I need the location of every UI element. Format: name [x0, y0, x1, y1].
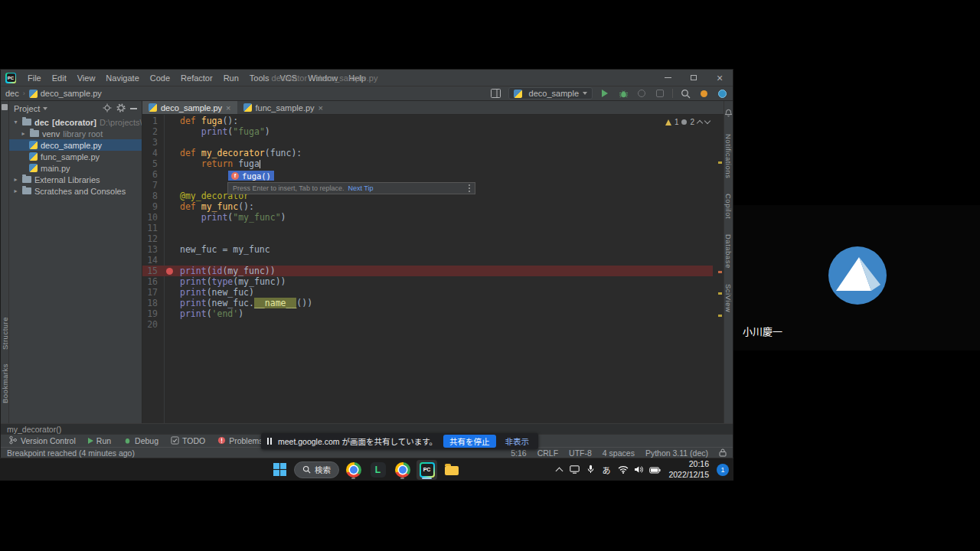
code-line-3[interactable]: 3 — [142, 137, 713, 148]
breadcrumb-file[interactable]: deco_sample.py — [41, 89, 102, 98]
breadcrumb-project[interactable]: dec — [5, 89, 19, 98]
line-number[interactable]: 6 — [142, 169, 164, 180]
breadcrumb-function[interactable]: my_decorator() — [7, 425, 61, 434]
minimize-button[interactable] — [655, 70, 681, 86]
menu-help[interactable]: Help — [343, 70, 371, 86]
stripe-mark-warning[interactable] — [718, 292, 722, 295]
microphone-icon[interactable] — [587, 463, 594, 477]
gutter-fold-area[interactable] — [164, 116, 180, 126]
notification-badge[interactable]: 1 — [717, 464, 729, 476]
taskbar-chrome-1[interactable] — [343, 460, 364, 480]
menu-edit[interactable]: Edit — [47, 70, 72, 86]
run-button[interactable] — [599, 87, 611, 99]
line-number[interactable]: 16 — [142, 276, 164, 287]
next-problem-icon[interactable] — [704, 118, 710, 124]
gutter-fold-area[interactable] — [164, 212, 180, 223]
toolwindow-problems[interactable]: Problems — [217, 436, 263, 446]
quick-settings[interactable] — [618, 463, 661, 477]
code-line-12[interactable]: 12 — [142, 233, 713, 244]
toolwindow-debug[interactable]: Debug — [123, 436, 158, 446]
tab-deco-sample[interactable]: deco_sample.py × — [142, 101, 237, 114]
gutter-fold-area[interactable] — [164, 158, 180, 169]
line-number[interactable]: 5 — [142, 158, 164, 169]
gutter-fold-area[interactable] — [164, 319, 180, 330]
line-number[interactable]: 12 — [142, 233, 164, 244]
menu-file[interactable]: File — [22, 70, 47, 86]
line-number[interactable]: 9 — [142, 201, 164, 212]
gutter-fold-area[interactable] — [164, 287, 180, 298]
project-panel-title[interactable]: Project — [14, 104, 40, 113]
line-number[interactable]: 15 — [142, 266, 164, 276]
code-editor[interactable]: 1def fuga():2 print("fuga")34def my_deco… — [142, 115, 724, 423]
gutter-fold-area[interactable] — [164, 308, 180, 319]
project-stripe-icon[interactable] — [2, 104, 8, 110]
line-number[interactable]: 2 — [142, 126, 164, 137]
stripe-database[interactable]: Database — [724, 234, 733, 269]
chevron-down-icon[interactable] — [43, 107, 47, 110]
screen-share-indicator-icon[interactable] — [570, 463, 580, 477]
menu-tools[interactable]: Tools — [244, 70, 275, 86]
file-encoding[interactable]: UTF-8 — [569, 448, 592, 458]
tree-row-project-root[interactable]: ▾ dec [decorator] D:\projects\dec — [9, 116, 142, 128]
search-everywhere-icon[interactable] — [679, 87, 691, 99]
hide-share-bar-button[interactable]: 非表示 — [502, 435, 533, 448]
close-tab-icon[interactable]: × — [318, 103, 323, 112]
line-number[interactable]: 11 — [142, 223, 164, 233]
taskbar-pycharm[interactable]: PC — [416, 460, 437, 480]
line-number[interactable]: 3 — [142, 137, 164, 148]
line-number[interactable]: 18 — [142, 298, 164, 308]
code-line-20[interactable]: 20 — [142, 319, 713, 330]
hide-panel-icon[interactable] — [130, 108, 137, 109]
completion-popup-item[interactable]: f fuga() — [227, 170, 275, 181]
taskbar-clock[interactable]: 20:16 2022/12/15 — [668, 459, 709, 479]
taskbar-explorer[interactable] — [441, 460, 462, 480]
gutter-fold-area[interactable] — [164, 169, 180, 180]
gutter-fold-area[interactable] — [164, 180, 180, 191]
code-line-18[interactable]: 18print(new_fuc.__name__()) — [142, 298, 713, 308]
caret-position[interactable]: 5:16 — [511, 448, 526, 458]
toolwindow-todo[interactable]: TODO — [171, 436, 205, 446]
tree-row-external-libraries[interactable]: ▸ External Libraries — [9, 174, 142, 185]
stripe-bookmarks[interactable]: Bookmarks — [1, 364, 9, 403]
line-number[interactable]: 19 — [142, 308, 164, 319]
chevron-right-icon[interactable]: ▸ — [12, 187, 19, 194]
update-notification-icon[interactable] — [697, 87, 710, 99]
line-number[interactable]: 4 — [142, 148, 164, 158]
stripe-mark-warning[interactable] — [718, 161, 722, 164]
tree-row-main-py[interactable]: main.py — [9, 162, 142, 174]
tree-row-venv[interactable]: ▸ venv library root — [9, 128, 142, 139]
line-number[interactable]: 20 — [142, 319, 164, 330]
profiler-button[interactable] — [654, 87, 666, 99]
code-line-10[interactable]: 10 print("my_func") — [142, 212, 713, 223]
taskbar-line-app[interactable]: L — [368, 460, 388, 480]
code-line-15[interactable]: 15print(id(my_func)) — [142, 266, 713, 276]
close-tab-icon[interactable]: × — [226, 103, 230, 112]
gutter-fold-area[interactable] — [164, 244, 180, 255]
code-line-16[interactable]: 16print(type(my_func)) — [142, 276, 713, 287]
code-line-19[interactable]: 19print('end') — [142, 308, 713, 319]
python-interpreter[interactable]: Python 3.11 (dec) — [645, 448, 708, 458]
code-line-2[interactable]: 2 print("fuga") — [142, 126, 713, 137]
menu-vcs[interactable]: VCS — [275, 70, 303, 86]
line-number[interactable]: 10 — [142, 212, 164, 223]
code-line-14[interactable]: 14 — [142, 255, 713, 266]
taskbar-chrome-2[interactable] — [392, 460, 413, 480]
stripe-mark-breakpoint[interactable] — [718, 271, 722, 273]
gutter-fold-area[interactable] — [164, 201, 180, 212]
chevron-down-icon[interactable]: ▾ — [12, 119, 19, 126]
code-line-4[interactable]: 4def my_decorator(func): — [142, 148, 713, 158]
stripe-sciview[interactable]: SciView — [724, 284, 733, 312]
bell-icon[interactable] — [724, 109, 733, 119]
menu-view[interactable]: View — [72, 70, 101, 86]
debug-button[interactable] — [617, 87, 629, 99]
chevron-right-icon[interactable]: ▸ — [20, 130, 27, 137]
tree-row-func-sample[interactable]: func_sample.py — [9, 151, 142, 162]
completion-next-tip-link[interactable]: Next Tip — [348, 184, 373, 192]
gutter-fold-area[interactable] — [164, 233, 180, 244]
chevron-right-icon[interactable]: ▸ — [12, 176, 19, 183]
inspections-widget[interactable]: 1 2 — [665, 118, 710, 126]
stripe-structure[interactable]: Structure — [1, 317, 9, 350]
gutter-fold-area[interactable] — [164, 191, 180, 201]
code-line-13[interactable]: 13new_fuc = my_func — [142, 244, 713, 255]
indent-setting[interactable]: 4 spaces — [603, 448, 635, 458]
